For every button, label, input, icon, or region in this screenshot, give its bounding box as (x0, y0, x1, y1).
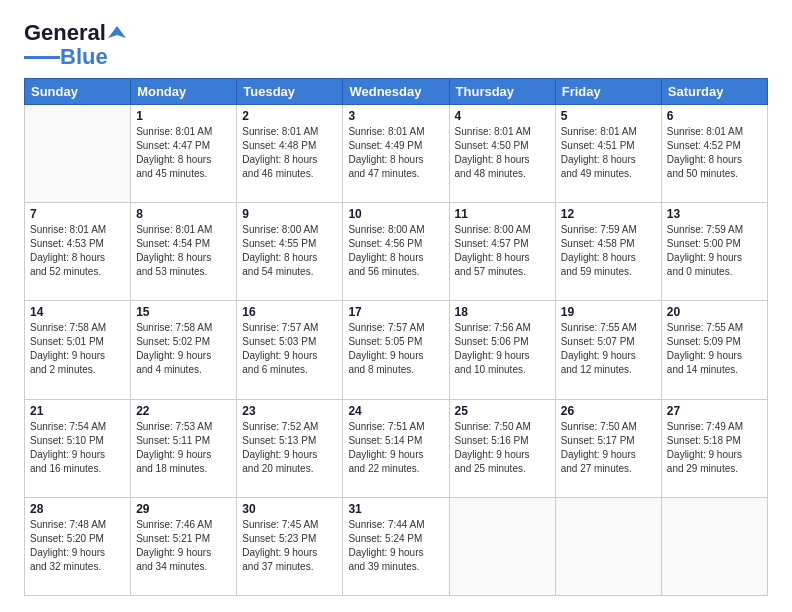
day-info: Sunrise: 8:01 AM Sunset: 4:47 PM Dayligh… (136, 125, 231, 181)
calendar-cell: 6Sunrise: 8:01 AM Sunset: 4:52 PM Daylig… (661, 105, 767, 203)
calendar-cell (25, 105, 131, 203)
day-info: Sunrise: 7:49 AM Sunset: 5:18 PM Dayligh… (667, 420, 762, 476)
day-info: Sunrise: 8:01 AM Sunset: 4:48 PM Dayligh… (242, 125, 337, 181)
calendar-body: 1Sunrise: 8:01 AM Sunset: 4:47 PM Daylig… (25, 105, 768, 596)
day-info: Sunrise: 7:45 AM Sunset: 5:23 PM Dayligh… (242, 518, 337, 574)
calendar-cell: 13Sunrise: 7:59 AM Sunset: 5:00 PM Dayli… (661, 203, 767, 301)
day-info: Sunrise: 7:50 AM Sunset: 5:17 PM Dayligh… (561, 420, 656, 476)
calendar-cell: 12Sunrise: 7:59 AM Sunset: 4:58 PM Dayli… (555, 203, 661, 301)
calendar-cell: 19Sunrise: 7:55 AM Sunset: 5:07 PM Dayli… (555, 301, 661, 399)
calendar-week-row: 21Sunrise: 7:54 AM Sunset: 5:10 PM Dayli… (25, 399, 768, 497)
calendar-cell: 18Sunrise: 7:56 AM Sunset: 5:06 PM Dayli… (449, 301, 555, 399)
day-number: 23 (242, 404, 337, 418)
calendar-cell (555, 497, 661, 595)
day-number: 15 (136, 305, 231, 319)
day-info: Sunrise: 8:01 AM Sunset: 4:53 PM Dayligh… (30, 223, 125, 279)
calendar-cell: 2Sunrise: 8:01 AM Sunset: 4:48 PM Daylig… (237, 105, 343, 203)
day-info: Sunrise: 7:51 AM Sunset: 5:14 PM Dayligh… (348, 420, 443, 476)
day-info: Sunrise: 8:01 AM Sunset: 4:54 PM Dayligh… (136, 223, 231, 279)
day-number: 2 (242, 109, 337, 123)
day-number: 5 (561, 109, 656, 123)
calendar-cell: 25Sunrise: 7:50 AM Sunset: 5:16 PM Dayli… (449, 399, 555, 497)
day-info: Sunrise: 7:48 AM Sunset: 5:20 PM Dayligh… (30, 518, 125, 574)
day-number: 30 (242, 502, 337, 516)
calendar-week-row: 14Sunrise: 7:58 AM Sunset: 5:01 PM Dayli… (25, 301, 768, 399)
calendar-table: SundayMondayTuesdayWednesdayThursdayFrid… (24, 78, 768, 596)
day-number: 21 (30, 404, 125, 418)
calendar-cell: 26Sunrise: 7:50 AM Sunset: 5:17 PM Dayli… (555, 399, 661, 497)
svg-marker-0 (108, 26, 126, 38)
day-info: Sunrise: 7:52 AM Sunset: 5:13 PM Dayligh… (242, 420, 337, 476)
day-number: 24 (348, 404, 443, 418)
calendar-cell: 14Sunrise: 7:58 AM Sunset: 5:01 PM Dayli… (25, 301, 131, 399)
day-info: Sunrise: 7:50 AM Sunset: 5:16 PM Dayligh… (455, 420, 550, 476)
day-info: Sunrise: 7:46 AM Sunset: 5:21 PM Dayligh… (136, 518, 231, 574)
calendar-cell: 11Sunrise: 8:00 AM Sunset: 4:57 PM Dayli… (449, 203, 555, 301)
header: General Blue (24, 20, 768, 68)
calendar-week-row: 7Sunrise: 8:01 AM Sunset: 4:53 PM Daylig… (25, 203, 768, 301)
logo-blue: Blue (60, 46, 108, 68)
day-info: Sunrise: 7:57 AM Sunset: 5:05 PM Dayligh… (348, 321, 443, 377)
day-number: 13 (667, 207, 762, 221)
day-number: 20 (667, 305, 762, 319)
day-number: 4 (455, 109, 550, 123)
header-cell-tuesday: Tuesday (237, 79, 343, 105)
day-info: Sunrise: 8:00 AM Sunset: 4:57 PM Dayligh… (455, 223, 550, 279)
calendar-cell: 9Sunrise: 8:00 AM Sunset: 4:55 PM Daylig… (237, 203, 343, 301)
day-number: 31 (348, 502, 443, 516)
day-number: 22 (136, 404, 231, 418)
calendar-cell: 24Sunrise: 7:51 AM Sunset: 5:14 PM Dayli… (343, 399, 449, 497)
calendar-cell: 27Sunrise: 7:49 AM Sunset: 5:18 PM Dayli… (661, 399, 767, 497)
day-info: Sunrise: 8:01 AM Sunset: 4:51 PM Dayligh… (561, 125, 656, 181)
day-number: 26 (561, 404, 656, 418)
calendar-cell: 4Sunrise: 8:01 AM Sunset: 4:50 PM Daylig… (449, 105, 555, 203)
calendar-cell: 23Sunrise: 7:52 AM Sunset: 5:13 PM Dayli… (237, 399, 343, 497)
day-number: 3 (348, 109, 443, 123)
calendar-cell: 16Sunrise: 7:57 AM Sunset: 5:03 PM Dayli… (237, 301, 343, 399)
day-number: 18 (455, 305, 550, 319)
day-info: Sunrise: 7:56 AM Sunset: 5:06 PM Dayligh… (455, 321, 550, 377)
day-number: 25 (455, 404, 550, 418)
day-number: 17 (348, 305, 443, 319)
calendar-cell (661, 497, 767, 595)
header-cell-wednesday: Wednesday (343, 79, 449, 105)
day-number: 10 (348, 207, 443, 221)
calendar-week-row: 1Sunrise: 8:01 AM Sunset: 4:47 PM Daylig… (25, 105, 768, 203)
calendar-header-row: SundayMondayTuesdayWednesdayThursdayFrid… (25, 79, 768, 105)
day-number: 28 (30, 502, 125, 516)
day-info: Sunrise: 8:00 AM Sunset: 4:56 PM Dayligh… (348, 223, 443, 279)
header-cell-thursday: Thursday (449, 79, 555, 105)
header-cell-monday: Monday (131, 79, 237, 105)
logo-general: General (24, 20, 106, 46)
logo: General Blue (24, 20, 126, 68)
calendar-cell: 3Sunrise: 8:01 AM Sunset: 4:49 PM Daylig… (343, 105, 449, 203)
day-number: 11 (455, 207, 550, 221)
day-info: Sunrise: 8:01 AM Sunset: 4:52 PM Dayligh… (667, 125, 762, 181)
day-number: 29 (136, 502, 231, 516)
day-info: Sunrise: 7:55 AM Sunset: 5:09 PM Dayligh… (667, 321, 762, 377)
day-info: Sunrise: 8:00 AM Sunset: 4:55 PM Dayligh… (242, 223, 337, 279)
logo-bird-icon (108, 24, 126, 42)
calendar-cell: 21Sunrise: 7:54 AM Sunset: 5:10 PM Dayli… (25, 399, 131, 497)
calendar-cell: 17Sunrise: 7:57 AM Sunset: 5:05 PM Dayli… (343, 301, 449, 399)
calendar-cell: 15Sunrise: 7:58 AM Sunset: 5:02 PM Dayli… (131, 301, 237, 399)
calendar-cell: 29Sunrise: 7:46 AM Sunset: 5:21 PM Dayli… (131, 497, 237, 595)
day-number: 12 (561, 207, 656, 221)
header-cell-friday: Friday (555, 79, 661, 105)
calendar-cell: 28Sunrise: 7:48 AM Sunset: 5:20 PM Dayli… (25, 497, 131, 595)
calendar-cell: 7Sunrise: 8:01 AM Sunset: 4:53 PM Daylig… (25, 203, 131, 301)
calendar-cell: 31Sunrise: 7:44 AM Sunset: 5:24 PM Dayli… (343, 497, 449, 595)
day-info: Sunrise: 7:58 AM Sunset: 5:02 PM Dayligh… (136, 321, 231, 377)
calendar-cell: 22Sunrise: 7:53 AM Sunset: 5:11 PM Dayli… (131, 399, 237, 497)
day-number: 7 (30, 207, 125, 221)
day-info: Sunrise: 7:59 AM Sunset: 4:58 PM Dayligh… (561, 223, 656, 279)
header-cell-saturday: Saturday (661, 79, 767, 105)
day-number: 1 (136, 109, 231, 123)
day-number: 8 (136, 207, 231, 221)
day-number: 14 (30, 305, 125, 319)
day-number: 9 (242, 207, 337, 221)
day-number: 6 (667, 109, 762, 123)
calendar-cell: 5Sunrise: 8:01 AM Sunset: 4:51 PM Daylig… (555, 105, 661, 203)
day-info: Sunrise: 7:54 AM Sunset: 5:10 PM Dayligh… (30, 420, 125, 476)
day-info: Sunrise: 7:55 AM Sunset: 5:07 PM Dayligh… (561, 321, 656, 377)
